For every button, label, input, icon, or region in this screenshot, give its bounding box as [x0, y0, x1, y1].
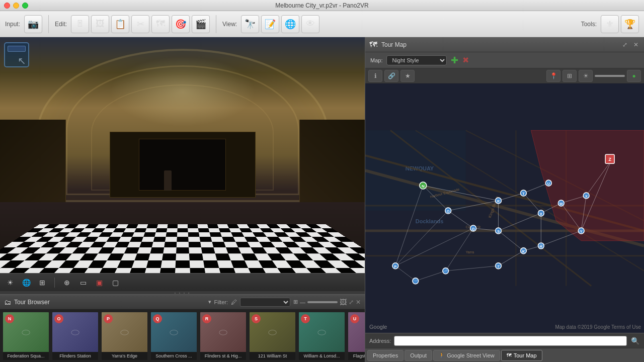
pano-tool-globe[interactable]: 🌐: [20, 277, 32, 289]
address-input[interactable]: [394, 336, 627, 346]
minimize-button[interactable]: [13, 3, 19, 9]
thumb-image-fed-sq: N⬭: [3, 312, 49, 352]
tools-btn-2[interactable]: 🏆: [621, 15, 639, 33]
map-marker-btn[interactable]: 📍: [546, 70, 560, 82]
tab-google-street-view[interactable]: 🚶 Google Street View: [433, 350, 500, 361]
svg-text:N: N: [422, 184, 425, 189]
tool-sep: [54, 278, 55, 288]
view-label: View:: [222, 21, 237, 28]
view-btn-4[interactable]: 👁: [301, 15, 319, 33]
edit-btn-1[interactable]: 🎚: [71, 15, 89, 33]
map-star-btn[interactable]: ★: [400, 70, 415, 82]
pano-tool-box[interactable]: ▣: [93, 277, 105, 289]
thumb-badge-william-st: S: [252, 314, 261, 323]
thumb-badge-yarras-edge: P: [104, 314, 113, 323]
pano-toolbar: ☀ 🌐 ⊞ ⊕ ▭ ▣ ▢: [0, 273, 365, 291]
svg-text:U: U: [547, 182, 550, 186]
edit-btn-5[interactable]: 🗺: [151, 15, 170, 33]
browser-zoom-slider[interactable]: [307, 301, 338, 303]
sep-1: [48, 15, 49, 33]
store-left: [0, 120, 66, 202]
view-btn-1[interactable]: 🔭: [241, 15, 259, 33]
title-bar: Melbourne City_vr.p2vr - Pano2VR: [0, 0, 644, 11]
tour-browser: 🗂 Tour Browser ▾ Filter: 🖊 ⊞ — 🖼 ⤢: [0, 294, 365, 362]
tab-properties[interactable]: Properties: [367, 350, 404, 361]
dropdown-icon[interactable]: ▾: [208, 299, 211, 305]
view-btn-3[interactable]: 🌐: [281, 15, 299, 33]
map-grid-btn[interactable]: ⊞: [562, 70, 577, 82]
browser-zoom-icon: 🖼: [340, 298, 347, 306]
edit-btn-7[interactable]: 🎬: [192, 15, 210, 33]
add-node-button[interactable]: ✚: [451, 55, 458, 66]
window-title: Melbourne City_vr.p2vr - Pano2VR: [275, 2, 368, 9]
tour-map-close[interactable]: ✕: [632, 41, 640, 49]
browser-controls: ▾ Filter: 🖊 ⊞ — 🖼 ⤢ ✕: [208, 298, 361, 307]
address-search-btn[interactable]: 🔍: [630, 336, 640, 346]
map-green-btn[interactable]: ●: [627, 70, 641, 82]
thumb-label-fed-sq: Federation Squa...: [3, 352, 49, 360]
svg-text:Y: Y: [580, 230, 583, 233]
edit-btn-6[interactable]: 🎯: [172, 15, 190, 33]
pano-tool-grid[interactable]: ⊞: [36, 277, 48, 289]
edit-btn-3[interactable]: 📋: [111, 15, 129, 33]
main-toolbar: Input: 📷 Edit: 🎚 🖼 📋 ✂ 🗺 🎯 🎬 View: 🔭 📝 🌐…: [0, 11, 644, 37]
view-section: View: 🔭 📝 🌐 👁: [222, 15, 319, 33]
filter-label: Filter:: [214, 299, 228, 305]
google-street-view-icon: 🚶: [439, 352, 445, 358]
delete-node-button[interactable]: ✖: [462, 55, 469, 65]
map-sun-btn[interactable]: ☀: [579, 70, 593, 82]
thumb-image-southern-cross: Q⬭: [151, 312, 197, 352]
map-style-select[interactable]: Night Style: [386, 55, 447, 65]
pano-tool-rect[interactable]: ▭: [77, 277, 89, 289]
thumbnail-william-lond[interactable]: T⬭William & Lonsd...: [298, 311, 346, 361]
browser-close[interactable]: ✕: [356, 299, 361, 306]
thumb-badge-southern-cross: Q: [153, 314, 162, 323]
thumb-label-flinders: Flinders Station: [52, 352, 98, 360]
svg-text:X: X: [585, 195, 588, 198]
browser-list-view[interactable]: —: [300, 299, 305, 305]
tools-btn-1[interactable]: ⚜: [601, 15, 619, 33]
thumbnail-flinders[interactable]: O⬭Flinders Station: [51, 311, 99, 361]
svg-text:R: R: [497, 200, 500, 203]
input-label: Input:: [5, 21, 20, 28]
thumb-label-yarras-edge: Yarra's Edge: [102, 352, 147, 360]
orientation-indicator: [4, 42, 29, 67]
thumbnail-flinders-high[interactable]: R⬭Flinders st & Hig...: [199, 311, 247, 361]
input-button[interactable]: 📷: [24, 15, 42, 33]
filter-icon[interactable]: 🖊: [231, 299, 237, 306]
address-label: Address:: [369, 338, 391, 344]
thumbnail-yarras-edge[interactable]: P⬭Yarra's Edge: [101, 311, 148, 361]
edit-btn-2[interactable]: 🖼: [91, 15, 109, 33]
filter-select[interactable]: [240, 298, 290, 307]
thumbnail-fed-sq[interactable]: N⬭Federation Squa...: [2, 311, 50, 361]
pano-tool-crosshair[interactable]: ⊕: [61, 277, 73, 289]
thumb-badge-flinders-high: R: [202, 314, 211, 323]
tab-output[interactable]: Output: [405, 350, 432, 361]
thumb-badge-flagstaff: U: [350, 314, 359, 323]
tour-map-title: Tour Map: [381, 41, 407, 48]
thumbnail-southern-cross[interactable]: Q⬭Southern Cross ...: [150, 311, 198, 361]
panorama-view[interactable]: ↖: [0, 37, 365, 273]
pano-tool-box2[interactable]: ▢: [109, 277, 121, 289]
view-btn-2[interactable]: 📝: [261, 15, 279, 33]
map-link-btn[interactable]: 🔗: [384, 70, 398, 82]
tour-map-expand[interactable]: ⤢: [621, 41, 629, 49]
map-info-btn[interactable]: ℹ: [368, 70, 382, 82]
thumb-badge-william-lond: T: [301, 314, 310, 323]
pano-tool-sun[interactable]: ☀: [4, 277, 16, 289]
edit-btn-4[interactable]: ✂: [131, 15, 149, 33]
thumbnail-flagstaff[interactable]: U⬭Flagstaff Gardens: [347, 311, 365, 361]
browser-grid-view[interactable]: ⊞: [293, 299, 298, 305]
maximize-button[interactable]: [22, 3, 28, 9]
map-zoom-slider[interactable]: [595, 75, 625, 77]
close-button[interactable]: [4, 3, 10, 9]
thumb-badge-flinders: O: [54, 314, 63, 323]
main-content: ↖ ☀ 🌐 ⊞ ⊕ ▭ ▣ ▢ • • • • 🗂: [0, 37, 644, 362]
tab-tour-map[interactable]: 🗺 Tour Map: [501, 350, 542, 361]
map-area[interactable]: NEWQUAY Docklands Harbour Esplanade: [365, 83, 644, 333]
browser-expand[interactable]: ⤢: [349, 299, 354, 306]
map-icon-bar: ℹ 🔗 ★ 📍 ⊞ ☀ ●: [365, 68, 644, 83]
thumbnail-william-st[interactable]: S⬭121 William St: [249, 311, 296, 361]
browser-icon: 🗂: [4, 298, 11, 306]
thumb-image-flinders: O⬭: [52, 312, 98, 352]
